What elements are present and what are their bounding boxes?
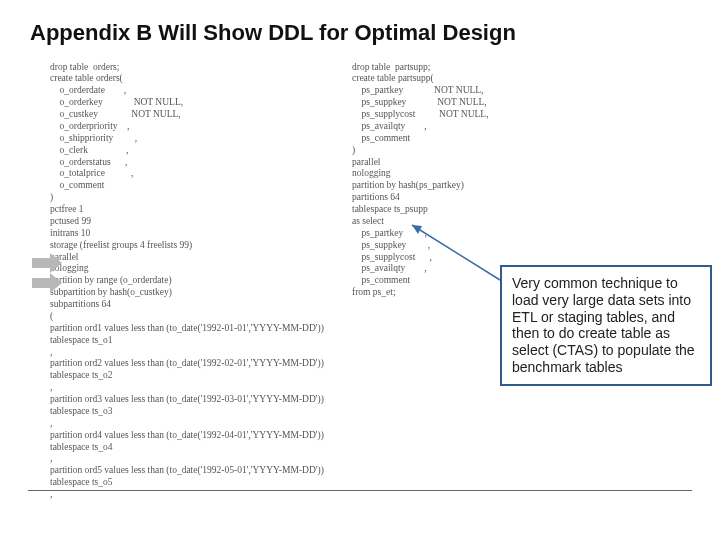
callout-text: Very common technique to load very large… — [512, 275, 695, 375]
page-title: Appendix B Will Show DDL for Optimal Des… — [30, 20, 690, 46]
ddl-right-code: drop table partsupp; create table partsu… — [352, 62, 552, 300]
ddl-left-code: drop table orders; create table orders( … — [50, 62, 340, 501]
callout-box: Very common technique to load very large… — [500, 265, 712, 386]
footer-rule — [28, 490, 692, 491]
